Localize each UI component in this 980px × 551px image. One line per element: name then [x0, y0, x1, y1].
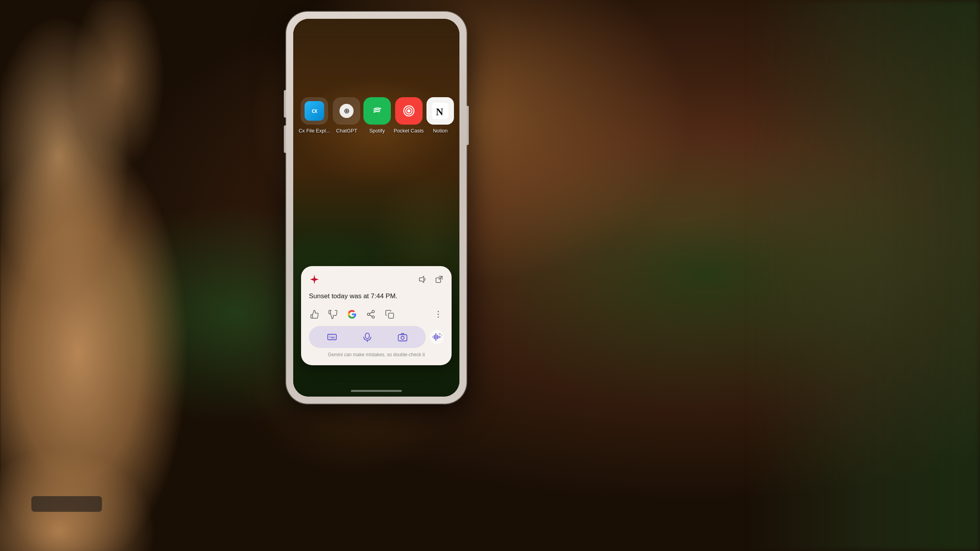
svg-rect-31 — [398, 335, 407, 341]
svg-rect-17 — [388, 313, 394, 318]
spotify-label: Spotify — [369, 128, 385, 134]
cx-icon-inner: CX — [305, 101, 324, 121]
sparkle-svg — [309, 274, 320, 285]
app-icon-cx-file-explorer[interactable]: CX Cx File Expl... — [299, 97, 330, 134]
notion-label: Notion — [433, 128, 448, 134]
gemini-actions — [309, 309, 444, 320]
speaker-icon[interactable] — [418, 275, 427, 284]
more-vertical-svg — [434, 310, 443, 319]
phone-screen: CX Cx File Expl... ⊕ ChatGPT — [293, 19, 459, 397]
volume-down-button[interactable] — [284, 125, 286, 153]
share-svg — [366, 310, 376, 319]
notion-svg: N — [432, 103, 448, 119]
gemini-input-pill[interactable] — [309, 326, 426, 348]
app-icon-notion[interactable]: N Notion — [426, 97, 454, 134]
svg-point-32 — [401, 336, 404, 339]
share-icon[interactable] — [365, 309, 376, 320]
volume-up-button[interactable] — [284, 90, 286, 118]
svg-point-40 — [441, 335, 442, 335]
app-icon-spotify[interactable]: Spotify — [363, 97, 391, 134]
cx-file-icon[interactable]: CX — [301, 97, 328, 125]
google-g-svg — [347, 310, 357, 319]
speaker-svg — [418, 275, 427, 284]
gemini-card: Sunset today was at 7:44 PM. — [301, 266, 452, 366]
gemini-response-text: Sunset today was at 7:44 PM. — [309, 291, 444, 301]
svg-point-39 — [439, 334, 441, 335]
scene-blur-right — [745, 0, 980, 551]
thumbs-down-svg — [328, 310, 338, 319]
pocket-casts-icon[interactable] — [395, 97, 423, 125]
thumbs-up-svg — [310, 310, 319, 319]
svg-point-6 — [407, 109, 410, 112]
keyboard-svg — [327, 332, 337, 342]
pocket-casts-label: Pocket Casts — [394, 128, 424, 134]
watch-strap — [31, 496, 102, 512]
gemini-disclaimer: Gemini can make mistakes, so double-chec… — [309, 352, 444, 357]
more-options-icon[interactable] — [433, 309, 444, 320]
notion-icon[interactable]: N — [426, 97, 454, 125]
svg-point-20 — [438, 317, 439, 318]
thumbs-down-icon[interactable] — [328, 309, 339, 320]
chatgpt-icon[interactable]: ⊕ — [333, 97, 360, 125]
spotify-svg — [369, 103, 385, 119]
gemini-action-icons-group — [309, 309, 395, 320]
google-search-icon[interactable] — [347, 309, 358, 320]
chatgpt-svg: ⊕ — [338, 103, 355, 119]
phone-frame: CX Cx File Expl... ⊕ ChatGPT — [286, 12, 466, 404]
camera-icon[interactable] — [397, 331, 408, 343]
cx-label: CX — [312, 108, 317, 114]
spotify-icon[interactable] — [363, 97, 391, 125]
gemini-sparkle-icon — [309, 274, 320, 285]
microphone-icon[interactable] — [360, 330, 374, 344]
phone-container: CX Cx File Expl... ⊕ ChatGPT — [286, 12, 466, 404]
svg-line-16 — [370, 312, 372, 314]
gemini-card-header — [309, 274, 444, 285]
app-icons-row: CX Cx File Expl... ⊕ ChatGPT — [293, 97, 459, 134]
gemini-input-row — [309, 326, 444, 348]
chatgpt-label: ChatGPT — [336, 128, 357, 134]
gemini-header-icons — [418, 275, 444, 284]
svg-line-15 — [370, 315, 372, 317]
mic-svg — [362, 332, 373, 343]
svg-text:N: N — [436, 106, 443, 118]
thumbs-up-icon[interactable] — [309, 309, 320, 320]
svg-point-19 — [438, 314, 439, 315]
svg-rect-21 — [328, 334, 336, 340]
home-bar[interactable] — [351, 390, 402, 392]
copy-icon[interactable] — [384, 309, 395, 320]
svg-point-13 — [367, 313, 370, 315]
app-icon-pocket-casts[interactable]: Pocket Casts — [394, 97, 424, 134]
external-link-icon[interactable] — [434, 275, 444, 284]
svg-marker-9 — [419, 276, 424, 283]
soundwave-icon[interactable] — [430, 330, 444, 344]
wrist-area — [0, 394, 196, 551]
copy-svg — [385, 310, 394, 319]
external-link-svg — [435, 275, 443, 284]
soundwave-svg — [431, 332, 442, 343]
camera-svg — [397, 332, 408, 342]
svg-text:⊕: ⊕ — [344, 107, 350, 115]
app-icon-chatgpt[interactable]: ⊕ ChatGPT — [333, 97, 360, 134]
svg-point-18 — [438, 311, 439, 312]
pocket-casts-svg — [401, 103, 417, 119]
svg-point-14 — [372, 316, 374, 318]
cx-file-explorer-label: Cx File Expl... — [299, 128, 330, 134]
power-button[interactable] — [466, 106, 469, 145]
svg-point-12 — [372, 310, 374, 313]
svg-rect-29 — [365, 333, 369, 339]
keyboard-icon[interactable] — [326, 331, 338, 343]
